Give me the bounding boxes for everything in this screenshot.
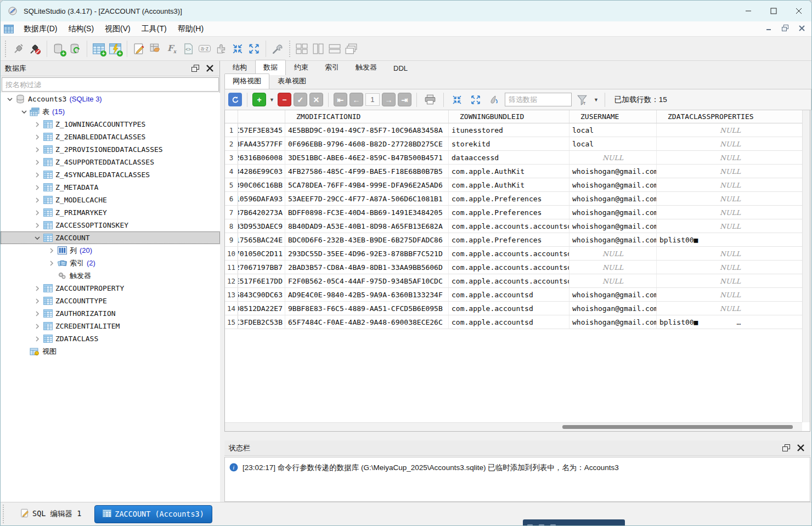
- cell-clipped[interactable]: 5-3701050C2D11: [238, 247, 285, 260]
- disconnect-icon[interactable]: [27, 41, 43, 57]
- refresh-grid-button[interactable]: [228, 93, 242, 106]
- tab-触发器[interactable]: 触发器: [347, 60, 385, 75]
- cell-zowningbundleid[interactable]: com.apple.AuthKit: [449, 165, 569, 178]
- print-icon[interactable]: [422, 92, 438, 108]
- cell-zdataclassproperties[interactable]: NULL: [657, 151, 804, 164]
- tree-item-table[interactable]: Z_1OWNINGACCOUNTTYPES: [1, 118, 220, 131]
- cell-zmodificationid[interactable]: 2BAD3B57-CD8A-4BA9-8DB1-33AA9BB5606D: [285, 261, 449, 274]
- tree-item-table[interactable]: ZCREDENTIALITEM: [1, 320, 220, 332]
- chevron-right-icon[interactable]: [47, 261, 57, 266]
- table-row[interactable]: 58-F390C06C16BB5CA78DEA-76FF-49B4-999E-D…: [225, 178, 810, 192]
- cell-zmodificationid[interactable]: 5CA78DEA-76FF-49B4-999E-DFA96E2A5AD6: [285, 178, 449, 191]
- cell-clipped[interactable]: A-B5843C90DC63: [238, 288, 285, 301]
- subtab-网格视图[interactable]: 网格视图: [224, 73, 269, 89]
- tree-item-table[interactable]: Z_MODELCACHE: [1, 194, 220, 206]
- table-row[interactable]: 98-017565BAC24EBDC0D6F6-232B-43EB-B9DE-6…: [225, 233, 810, 247]
- cell-zusername[interactable]: NULL: [569, 247, 657, 260]
- cell-zmodificationid[interactable]: BDC0D6F6-232B-43EB-B9DE-6B275DFADC86: [285, 233, 449, 246]
- new-table-icon[interactable]: +: [91, 41, 107, 57]
- cell-zowningbundleid[interactable]: com.apple.Preferences: [449, 206, 569, 219]
- cell-zusername[interactable]: local: [569, 137, 657, 150]
- cell-clipped[interactable]: 9-410596DAFA93: [238, 192, 285, 205]
- cell-zusername[interactable]: whoishogan@gmail.com: [569, 302, 657, 315]
- tree-item-columns[interactable]: 列(20): [1, 244, 220, 257]
- refresh-database-icon[interactable]: [67, 41, 83, 57]
- table-row[interactable]: 8F-8B3D953DAEC98B40DAD9-A53E-40B1-8D98-A…: [225, 219, 810, 233]
- cell-zusername[interactable]: whoishogan@gmail.com: [569, 233, 657, 246]
- tree-item-table[interactable]: Z_4SYNCABLEDATACLASSES: [1, 168, 220, 181]
- chevron-down-icon[interactable]: [19, 110, 29, 114]
- cell-zmodificationid[interactable]: 8B40DAD9-A53E-40B1-8D98-A65FB13E682A: [285, 219, 449, 233]
- cell-zusername[interactable]: whoishogan@gmail.com: [569, 315, 657, 329]
- fit-columns-icon[interactable]: [449, 92, 465, 108]
- cell-clipped[interactable]: F-8B3D953DAEC9: [238, 219, 285, 233]
- tree-item-indexes[interactable]: 索引(2): [1, 257, 220, 269]
- chevron-right-icon[interactable]: [32, 210, 42, 216]
- mdi-cascade-layout-icon[interactable]: [343, 41, 359, 57]
- menu-item-4[interactable]: 帮助(H): [172, 22, 209, 35]
- table-row[interactable]: 69-410596DAFA9353AEEF7D-29CC-4F77-A87A-5…: [225, 192, 810, 206]
- chevron-right-icon[interactable]: [32, 185, 42, 190]
- cell-zowningbundleid[interactable]: com.apple.accounts.accountsd: [449, 219, 569, 233]
- window-tab-active[interactable]: ZACCOUNT (Accounts3): [94, 505, 212, 523]
- chevron-right-icon[interactable]: [47, 248, 57, 253]
- chevron-right-icon[interactable]: [32, 197, 42, 203]
- table-row[interactable]: 142-B08512DA22E79BBF8E83-F6C5-4889-AA51-…: [225, 302, 810, 315]
- sort-az-icon[interactable]: a·z: [196, 41, 213, 57]
- mdi-restore-button[interactable]: [780, 22, 791, 33]
- cell-zmodificationid[interactable]: 293DC55D-35EE-4D96-92E3-878BBF7C521D: [285, 247, 449, 260]
- cell-clipped[interactable]: 7-8C57EF3E8345: [238, 123, 285, 137]
- table-row[interactable]: 120-FE517F6E17DDF2F0B562-05C4-44AF-975D-…: [225, 274, 810, 288]
- first-row-button[interactable]: ⇤: [334, 93, 347, 106]
- cell-clipped[interactable]: 8-F390C06C16BB: [238, 178, 285, 191]
- tree-item-tables-group[interactable]: 表(15): [1, 105, 220, 118]
- add-database-icon[interactable]: +: [50, 41, 67, 57]
- tree-item-table[interactable]: Z_2PROVISIONEDDATACLASSES: [1, 143, 220, 156]
- add-row-button[interactable]: +: [252, 93, 266, 106]
- cell-zmodificationid[interactable]: 9BBF8E83-F6C5-4889-AA51-CFCD5B6E095B: [285, 302, 449, 315]
- cell-clipped[interactable]: 0-FE517F6E17DD: [238, 274, 285, 287]
- cell-zmodificationid[interactable]: F2F0B562-05C4-44AF-975D-934B5AF10CDC: [285, 274, 449, 287]
- delete-row-button[interactable]: −: [278, 93, 291, 106]
- import-table-icon[interactable]: [147, 41, 163, 57]
- cell-clipped[interactable]: 0-0BFAA43577FF: [238, 137, 285, 150]
- grid-filter-input[interactable]: [505, 93, 572, 106]
- cell-zdataclassproperties[interactable]: NULL: [657, 123, 804, 137]
- total-pages-icon[interactable]: [486, 92, 503, 108]
- tree-item-views-group[interactable]: 视图: [1, 345, 220, 358]
- horizontal-scrollbar[interactable]: [225, 422, 802, 431]
- cell-zmodificationid[interactable]: 65F7484C-F0AE-4AB2-9A48-690038ECE26C: [285, 315, 449, 329]
- tree-item-table[interactable]: ZAUTHORIZATION: [1, 307, 220, 320]
- filter-dropdown-caret[interactable]: ▼: [594, 97, 599, 103]
- table-row[interactable]: 17-8C57EF3E83454E5BBD9C-0194-49C7-85F7-1…: [225, 123, 810, 137]
- add-row-dropdown-caret[interactable]: ▼: [269, 97, 274, 103]
- vertical-scrollbar[interactable]: [802, 110, 810, 422]
- cell-zusername[interactable]: local: [569, 123, 657, 137]
- cell-zusername[interactable]: whoishogan@gmail.com: [569, 288, 657, 301]
- cell-clipped[interactable]: 2-B08512DA22E7: [238, 302, 285, 315]
- dock-close-icon[interactable]: [204, 63, 215, 74]
- column-header-clipped[interactable]: [238, 110, 285, 123]
- open-sql-editor-icon[interactable]: [131, 41, 147, 57]
- tab-索引[interactable]: 索引: [317, 60, 347, 75]
- cell-zmodificationid[interactable]: 3DE51BBC-ABE6-46E2-859C-B47B500B4571: [285, 151, 449, 164]
- cell-zdataclassproperties[interactable]: NULL: [657, 192, 804, 205]
- chevron-right-icon[interactable]: [32, 122, 42, 127]
- cell-clipped[interactable]: 8-017565BAC24E: [238, 233, 285, 246]
- column-header[interactable]: ZDATACLASSPROPERTIES: [657, 110, 804, 123]
- cell-zdataclassproperties[interactable]: NULL: [657, 261, 804, 274]
- cell-zdataclassproperties[interactable]: NULL: [657, 165, 804, 178]
- cell-zmodificationid[interactable]: 4FB27586-485C-4F99-BAE5-F18E68B0B7B5: [285, 165, 449, 178]
- cell-zowningbundleid[interactable]: com.apple.AuthKit: [449, 178, 569, 191]
- tree-item-triggers[interactable]: 触发器: [1, 269, 220, 282]
- cell-zowningbundleid[interactable]: com.apple.accountsd: [449, 288, 569, 301]
- edit-table-lightning-icon[interactable]: +: [107, 41, 123, 57]
- tab-数据[interactable]: 数据: [255, 60, 286, 75]
- subtab-表单视图[interactable]: 表单视图: [269, 73, 314, 89]
- tab-DDL[interactable]: DDL: [385, 61, 416, 75]
- tree-item-database[interactable]: Accounts3 (SQLite 3): [1, 93, 220, 105]
- cell-zowningbundleid[interactable]: itunesstored: [449, 123, 569, 137]
- tree-item-table[interactable]: Z_2ENABLEDDATACLASSES: [1, 131, 220, 143]
- plugins-icon[interactable]: [213, 41, 229, 57]
- table-row[interactable]: 78-437B6420273ABDFF0898-FC3E-40D4-BB69-1…: [225, 206, 810, 219]
